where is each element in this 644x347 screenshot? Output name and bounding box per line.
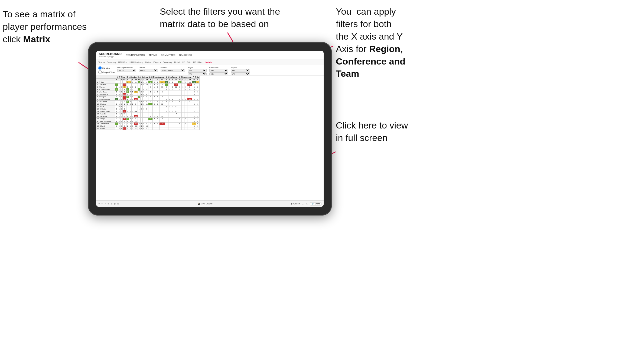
bottom-right-tools: ▶ Watch ▾ ⛶ ❐ 🔗 Share <box>291 202 321 205</box>
sub-h-t1: T <box>120 79 122 81</box>
col-header-5: 5. M La Sasso <box>165 76 178 79</box>
view-radios: Full View Compact View <box>98 66 115 74</box>
nav-teams[interactable]: TEAMS <box>149 54 157 56</box>
table-row: 5. M La Sasso 1506 24124 300 1106 01 <box>96 91 200 93</box>
sub-tabs: Teams Summary H2H Grid H2H Heatmap Matri… <box>96 59 324 65</box>
nav-tournaments[interactable]: TOURNAMENTS <box>126 54 145 56</box>
annotation-topleft-text: To see a matrix of player performances c… <box>3 9 87 44</box>
conference-select2[interactable]: (All) <box>209 72 228 75</box>
filter-division: Division NCAA Division I <box>161 66 185 72</box>
annotation-topmid: Select the filters you want the matrix d… <box>160 5 290 30</box>
players-select1[interactable]: (All) <box>231 69 250 72</box>
col-header-2: 2. L Clanton <box>126 76 138 79</box>
sub-h-l1: L <box>118 79 120 81</box>
matrix-container: 1. W Ding 2. L Clanton 3. J Koivun 4. M … <box>96 76 324 200</box>
sub-h-w1: W <box>115 79 118 81</box>
conference-select1[interactable]: (All) <box>209 69 228 72</box>
brand-name: SCOREBOARD <box>99 52 122 56</box>
table-row: 6. C Lamprecht 200-16 200 1106 01 <box>96 93 200 96</box>
table-row: 18. C Sherwood 2000 130-11 0101 220-10 0… <box>96 123 200 125</box>
tab-players[interactable]: Players <box>154 61 161 63</box>
players-select2[interactable]: (All) <box>231 72 250 75</box>
brand-sub: Powered by clippd <box>99 56 122 57</box>
division-select[interactable]: NCAA Division I <box>161 69 185 72</box>
full-view-radio[interactable]: Full View <box>98 66 115 70</box>
tab-summary[interactable]: Summary <box>107 61 116 63</box>
region-select1[interactable]: N/A <box>188 69 207 72</box>
col-header-3: 3. J Koivun <box>138 76 148 79</box>
table-row: 11. M Ege 010 0104 <box>96 105 200 108</box>
grid-icon[interactable]: ⊞ <box>111 203 112 205</box>
tablet-frame: SCOREBOARD Powered by clippd TOURNAMENTS… <box>88 42 332 216</box>
expand-icon[interactable]: ⊡ <box>117 203 119 205</box>
add-icon[interactable]: ⊕ <box>108 203 109 205</box>
table-row: 17. S De La Fuente 2000 110-8 02 <box>96 120 200 123</box>
nav-rankings[interactable]: RANKINGS <box>179 54 192 56</box>
sub-h-dif1: Dif <box>122 79 126 81</box>
table-row: 1. W Ding 12011 110-2 12017 300 01013 40… <box>96 81 200 83</box>
row-header-empty <box>96 76 115 79</box>
tab-h2h-grid[interactable]: H2H Grid <box>118 61 127 63</box>
col-header-4: 4. M Thorbjornsen <box>148 76 165 79</box>
table-row: 7. G Sargent 220-15 310 3003 0003 <box>96 96 200 98</box>
tab-teams[interactable]: Teams <box>98 61 105 63</box>
screen-icon[interactable]: ⛶ <box>302 203 304 205</box>
annotation-topright: You can apply filters for both the X axi… <box>336 5 422 80</box>
reset-icon[interactable]: ⤴ <box>105 203 106 205</box>
col-header-7: 7. G Sa <box>192 76 199 79</box>
settings-icon[interactable]: ◉ <box>114 203 116 205</box>
tab-h2h-grid2[interactable]: H2H Grid <box>182 61 191 63</box>
table-row: 15. P Maichon 110-1 210-19 410-7 22 <box>96 115 200 118</box>
table-row: 13. J Skov Olesen 110-3 210-19 101 220-1… <box>96 110 200 113</box>
tab-summary2[interactable]: Summary <box>163 61 172 63</box>
filter-gender: Gender Men's <box>139 66 158 72</box>
tab-matrix[interactable]: Matrix <box>145 61 151 63</box>
filter-players: Players (All) (All) <box>231 66 250 75</box>
view-original-label: 📸 View: Original <box>198 203 212 205</box>
filter-bar: Full View Compact View Max players in vi… <box>96 65 324 76</box>
annotation-bottomright: Click here to view in full screen <box>336 119 422 144</box>
table-row: 16. K Vilips 21-25 2204 3308 010 01 <box>96 118 200 120</box>
table-row: 10. B Valdes 1101 0010 1011 0011 11 <box>96 103 200 105</box>
watch-button[interactable]: ▶ Watch ▾ <box>291 203 300 205</box>
sub-header-name <box>96 79 115 81</box>
tab-h2h-hm[interactable]: H2H Hm... <box>193 61 203 63</box>
table-row: 12. M Riedel 110-6 1010 <box>96 108 200 110</box>
tab-h2h-heatmap[interactable]: H2H Heatmap <box>129 61 143 63</box>
nav-committee[interactable]: COMMITTEE <box>161 54 175 56</box>
bottom-tools: ↩ ↪ ⤴ ⊕ ⊞ ◉ ⊡ <box>98 203 119 205</box>
filter-max-players: Max players in view Top 25 <box>117 66 136 72</box>
gender-select[interactable]: Men's <box>139 69 158 72</box>
annotation-topleft: To see a matrix of player performances c… <box>3 8 87 46</box>
share-button[interactable]: 🔗 Share <box>310 202 321 205</box>
filter-region: Region N/A N/A <box>188 66 207 75</box>
app-header: SCOREBOARD Powered by clippd TOURNAMENTS… <box>96 51 324 59</box>
max-players-select[interactable]: Top 25 <box>117 69 136 72</box>
table-row: 8. P Summerhays 512-48 220-16 101 100-13… <box>96 98 200 101</box>
matrix-table: 1. W Ding 2. L Clanton 3. J Koivun 4. M … <box>96 76 200 130</box>
table-row: 19. D Ford 2000 210-20 01013 11 <box>96 125 200 127</box>
col-header-1: 1. W Ding <box>115 76 126 79</box>
table-row: 14. J Lundin 11010 -7 <box>96 113 200 115</box>
redo-icon[interactable]: ↪ <box>102 203 103 205</box>
filter-conference: Conference (All) (All) <box>209 66 228 75</box>
table-row: 20. M Ford 31-11 110-4 0107 11 <box>96 127 200 130</box>
brand-block: SCOREBOARD Powered by clippd <box>99 52 122 57</box>
annotation-topmid-text: Select the filters you want the matrix d… <box>160 6 280 29</box>
view-label-container: 📸 View: Original <box>198 203 212 205</box>
nav-links: TOURNAMENTS TEAMS COMMITTEE RANKINGS <box>126 54 192 56</box>
table-row: 9. N Gabrelcik 00 09 0101 0101 0111 0111… <box>96 101 200 103</box>
tab-detail[interactable]: Detail <box>174 61 180 63</box>
col-header-6: 6. C Lamprecht <box>178 76 192 79</box>
bottom-bar: ↩ ↪ ⤴ ⊕ ⊞ ◉ ⊡ 📸 View: Original ▶ Watch ▾… <box>96 200 324 207</box>
table-row: 3. J Koivun 1102 0102 01013 04011 0103 1… <box>96 86 200 88</box>
tab-matrix-active[interactable]: Matrix <box>206 61 212 63</box>
compact-view-radio[interactable]: Compact View <box>98 70 115 74</box>
undo-icon[interactable]: ↩ <box>98 203 100 205</box>
fullscreen-icon[interactable]: ❐ <box>306 203 308 205</box>
region-select2[interactable]: N/A <box>188 72 207 75</box>
table-row: 2. L Clanton 2-18 1013 04011 -6 -24 22 <box>96 83 200 86</box>
table-row: 4. M Thorbjornsen 1101 1101 100-5 0101 1… <box>96 88 200 91</box>
tablet-screen: SCOREBOARD Powered by clippd TOURNAMENTS… <box>96 51 324 207</box>
